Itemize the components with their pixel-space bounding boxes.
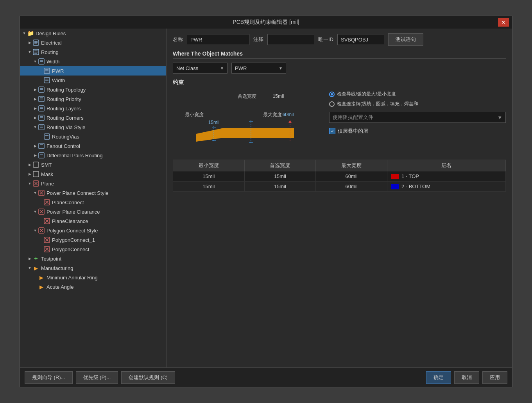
arrow-ppc: ▼ xyxy=(32,190,38,196)
tree-item-polygon-connect-1[interactable]: PolygonConnect_1 xyxy=(20,235,166,245)
rule-icon-diff-pairs xyxy=(38,152,45,159)
radio-btn-1[interactable] xyxy=(329,92,335,97)
tree-item-plane-connect[interactable]: PlaneConnect xyxy=(20,198,166,207)
impedance-dropdown[interactable]: 使用阻抗配置文件 ▼ xyxy=(329,112,506,123)
layer-name-text: 2 - BOTTOM xyxy=(401,184,430,189)
width-table: 最小宽度 首选宽度 最大宽度 层名 15mil 15mil 60mil 1 - … xyxy=(173,160,506,192)
tree-item-routing-corners[interactable]: ▶ Routing Corners xyxy=(20,113,166,122)
tree-item-manufacturing[interactable]: ▼ ▶ Manufacturing xyxy=(20,263,166,273)
test-button[interactable]: 测试语句 xyxy=(388,33,423,46)
name-input[interactable] xyxy=(187,34,249,45)
constraint-title: 约束 xyxy=(173,79,506,86)
net-class-dropdown[interactable]: Net Class ▼ xyxy=(173,63,227,74)
apply-button[interactable]: 应用 xyxy=(482,371,507,384)
tree-label-pgcr: PolygonConnect xyxy=(52,246,89,252)
tree-item-routing-via-style[interactable]: ▼ Routing Via Style xyxy=(20,122,166,132)
tree-item-polygon-connect-rule[interactable]: PolygonConnect xyxy=(20,245,166,254)
tree-label-routing-via-style: Routing Via Style xyxy=(47,124,86,130)
tree-label-diff-pairs: Differential Pairs Routing xyxy=(47,153,103,158)
tree-item-width[interactable]: ▼ Width xyxy=(20,57,166,66)
tree-item-design-rules[interactable]: ▼ 📁 Design Rules xyxy=(20,29,166,38)
dropdown-arrow-1: ▼ xyxy=(220,66,224,70)
arrow-width: ▼ xyxy=(32,59,38,64)
tree-item-routing-topology[interactable]: ▶ Routing Topology xyxy=(20,85,166,94)
tree-item-routing[interactable]: ▼ Routing xyxy=(20,47,166,57)
matches-row: Net Class ▼ PWR ▼ xyxy=(173,63,506,74)
close-button[interactable]: ✕ xyxy=(498,18,509,27)
tree-label-routing-topology: Routing Topology xyxy=(47,87,86,93)
leaf-icon-routing-vias xyxy=(43,133,50,140)
tree-item-smt[interactable]: ▶ SMT xyxy=(20,160,166,169)
arrow-width-rule xyxy=(38,77,43,83)
arrow-smt: ▶ xyxy=(27,162,32,167)
arrow-pgc: ▼ xyxy=(32,228,38,233)
checkbox-row: 仅层叠中的层 xyxy=(329,128,506,135)
priority-button[interactable]: 优先级 (P)... xyxy=(76,371,118,384)
arrow-min-annular xyxy=(32,275,38,280)
uid-input[interactable] xyxy=(337,34,384,45)
tree-label-testpoint: Testpoint xyxy=(41,256,61,262)
tree-item-routing-vias[interactable]: RoutingVias xyxy=(20,132,166,141)
cell-layer: 2 - BOTTOM xyxy=(387,182,505,192)
dropdown-arrow-2: ▼ xyxy=(279,66,283,70)
tree-label: Design Rules xyxy=(36,31,66,36)
only-layers-checkbox[interactable] xyxy=(329,128,335,134)
cancel-button[interactable]: 取消 xyxy=(454,371,479,384)
uid-label: 唯一ID xyxy=(318,36,333,43)
tree-item-power-plane-connect[interactable]: ▼ Power Plane Connect Style xyxy=(20,188,166,198)
ok-button[interactable]: 确定 xyxy=(426,371,451,384)
x-leaf-icon-pgcr xyxy=(43,246,50,253)
create-default-button[interactable]: 创建默认规则 (C) xyxy=(121,371,175,384)
width-diagram: 首选宽度 15mil 最小宽度 最大宽度 15mil 60mil xyxy=(173,91,321,153)
tree-item-plane-clearance[interactable]: PlaneClearance xyxy=(20,216,166,226)
arrow-mask: ▶ xyxy=(27,171,32,177)
cell-layer: 1 - TOP xyxy=(387,171,505,182)
arrow-ppcl: ▼ xyxy=(32,209,38,214)
radio-row-2: 检查连接铜(线轨，圆弧，填充，焊盘和 xyxy=(329,101,506,107)
svg-text:首选宽度: 首选宽度 xyxy=(238,94,256,99)
tree-item-polygon-connect[interactable]: ▼ Polygon Connect Style xyxy=(20,226,166,235)
table-row[interactable]: 15mil 15mil 60mil 1 - TOP xyxy=(173,171,506,182)
arrow-routing: ▼ xyxy=(27,49,32,55)
radio-row-1: 检查导线/弧的最大/最小宽度 xyxy=(329,91,506,97)
cell-min: 15mil xyxy=(173,171,245,182)
tree-item-routing-priority[interactable]: ▶ Routing Priority xyxy=(20,94,166,104)
tree-item-testpoint[interactable]: ▶ + Testpoint xyxy=(20,254,166,263)
cell-preferred: 15mil xyxy=(244,182,316,192)
arrow-pcl xyxy=(38,218,43,224)
arrow-manufacturing: ▼ xyxy=(27,265,32,271)
arrow-pgcr xyxy=(38,246,43,252)
comment-input[interactable] xyxy=(267,34,314,45)
rule-icon-mask xyxy=(32,171,39,178)
tree-label-plane: Plane xyxy=(41,181,54,187)
window-title: PCB规则及约束编辑器 [mil] xyxy=(34,19,498,26)
arrow-routing-via-style: ▼ xyxy=(32,124,38,130)
x-icon-ppcl xyxy=(38,208,45,215)
pwr-dropdown[interactable]: PWR ▼ xyxy=(231,63,286,74)
table-row[interactable]: 15mil 15mil 60mil 2 - BOTTOM xyxy=(173,182,506,192)
where-matches-title: Where The Object Matches xyxy=(173,50,506,59)
titlebar: PCB规则及约束编辑器 [mil] ✕ xyxy=(20,16,512,29)
tree-item-plane[interactable]: ▼ Plane xyxy=(20,179,166,188)
tree-item-mask[interactable]: ▶ Mask xyxy=(20,169,166,179)
tree-item-electrical[interactable]: ▶ Electrical xyxy=(20,38,166,47)
main-window: PCB规则及约束编辑器 [mil] ✕ ▼ 📁 Design Rules ▶ E… xyxy=(20,16,512,387)
x-leaf-icon-pc xyxy=(43,199,50,206)
tree-item-width-rule[interactable]: Width xyxy=(20,76,166,85)
tree-label-ppcl: Power Plane Clearance xyxy=(47,209,100,215)
rule-icon-corners xyxy=(38,114,45,121)
tree-item-routing-layers[interactable]: ▶ Routing Layers xyxy=(20,104,166,113)
svg-text:最小宽度: 最小宽度 xyxy=(185,112,204,117)
svg-rect-38 xyxy=(33,162,39,167)
tree-item-fanout-control[interactable]: ▶ Fanout Control xyxy=(20,141,166,151)
tree-item-min-annular[interactable]: ▶ Minimum Annular Ring xyxy=(20,273,166,282)
rule-wizard-button[interactable]: 规则向导 (R)... xyxy=(25,371,73,384)
col-max-width: 最大宽度 xyxy=(316,160,387,171)
tree-item-acute-angle[interactable]: ▶ Acute Angle xyxy=(20,282,166,291)
tree-item-power-plane-clearance[interactable]: ▼ Power Plane Clearance xyxy=(20,207,166,216)
tree-item-pwr[interactable]: PWR xyxy=(20,66,166,76)
rule-icon-layers xyxy=(38,105,45,112)
radio-btn-2[interactable] xyxy=(329,101,335,107)
arrow-electrical: ▶ xyxy=(27,40,32,45)
tree-item-diff-pairs[interactable]: ▶ Differential Pairs Routing xyxy=(20,151,166,160)
